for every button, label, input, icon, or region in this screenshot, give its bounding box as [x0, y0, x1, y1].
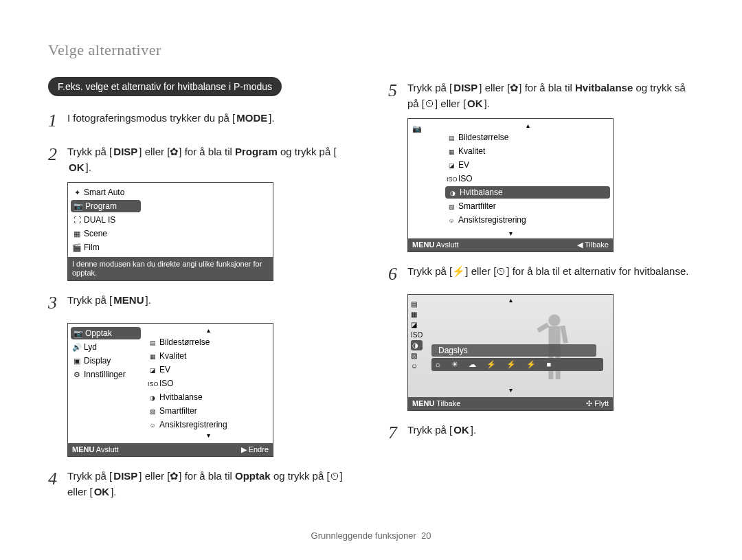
wb-preview-screenshot: ▴ ▤▦◪ISO◑▧☺ Dagslys ☼ ☀ ☁ ⚡ ⚡ ⚡ ■ ▾ MENU… — [407, 294, 614, 411]
menu-key: MENU — [112, 293, 145, 309]
step-text: Trykk på [MENU]. — [67, 289, 151, 316]
menu-screenshot: 📷Opptak🔊Lyd▣Display⚙Innstillinger ▴▤Bild… — [67, 323, 273, 457]
timer-icon: ⏲ — [425, 98, 435, 109]
mode-item: 🎬Film — [68, 240, 144, 254]
svg-rect-3 — [561, 326, 568, 344]
wb-option-strip: ☼ ☀ ☁ ⚡ ⚡ ⚡ ■ — [431, 358, 603, 371]
mode-item: ▦Scene — [68, 227, 144, 240]
wb-left-icon: ▧ — [411, 350, 423, 361]
step-number: 3 — [48, 289, 60, 316]
move-icon: ✣ — [586, 399, 592, 407]
flash-icon: ⚡ — [452, 265, 465, 277]
wb-left-icon: ▦ — [411, 309, 423, 320]
left-arrow-icon: ◀ — [577, 240, 583, 249]
step-5: 5 Trykk på [DISP] eller [✿] for å bla ti… — [388, 77, 694, 111]
menu-left-item: 🔊Lyd — [68, 340, 144, 354]
step-1: 1 I fotograferingsmodus trykker du på [M… — [48, 107, 354, 134]
step-number: 2 — [48, 141, 60, 175]
section-pill: F.eks. velge et alternativ for hvitbalan… — [48, 77, 282, 96]
page-title: Velge alternativer — [48, 41, 694, 59]
menu-left-item: ⚙Innstillinger — [68, 368, 144, 381]
step-number: 6 — [388, 260, 401, 287]
wb-left-icon: ISO — [411, 330, 423, 340]
chevron-down-icon: ▾ — [144, 432, 273, 440]
wb-left-icon: ◪ — [411, 320, 423, 330]
step-number: 7 — [388, 419, 401, 446]
step-text: Trykk på [DISP] eller [✿] for å bla til … — [67, 465, 354, 500]
menu-key-label: MENU — [412, 399, 434, 407]
mode-desc: I denne modusen kan du direkte angi ulik… — [68, 257, 273, 280]
step-6: 6 Trykk på [⚡] eller [⏲] for å bla til e… — [388, 260, 694, 287]
menu-key-label: MENU — [72, 445, 94, 453]
chevron-down-icon: ▾ — [408, 386, 613, 395]
step-text: Trykk på [DISP] eller [✿] for å bla til … — [407, 77, 694, 111]
menu-right-item: ◪EV — [144, 363, 273, 377]
flower-icon: ✿ — [510, 82, 519, 93]
mode-item: 📷Program — [71, 200, 141, 212]
menu-left-item: ▣Display — [68, 354, 144, 368]
right-column: 5 Trykk på [DISP] eller [✿] for å bla ti… — [388, 77, 694, 506]
menu-key-label: MENU — [412, 240, 434, 249]
timer-icon: ⏲ — [496, 265, 506, 277]
chevron-up-icon: ▴ — [408, 296, 613, 305]
step-text: Trykk på [DISP] eller [✿] for å bla til … — [67, 141, 354, 175]
hb-item: ▧Smartfilter — [442, 199, 613, 213]
chevron-up-icon: ▴ — [144, 326, 273, 335]
left-column: F.eks. velge et alternativ for hvitbalan… — [48, 77, 354, 506]
step-2: 2 Trykk på [DISP] eller [✿] for å bla ti… — [48, 141, 354, 175]
step-7: 7 Trykk på [OK]. — [388, 419, 694, 446]
mode-item: ⛶DUAL IS — [68, 213, 144, 227]
menu-right-item: ▤Bildestørrelse — [144, 335, 273, 349]
chevron-down-icon: ▾ — [408, 229, 613, 238]
hb-item: ☺Ansiktsregistrering — [442, 213, 613, 227]
step-number: 1 — [48, 107, 60, 134]
hb-item: ▤Bildestørrelse — [442, 131, 613, 144]
menu-right-item: ☺Ansiktsregistrering — [144, 418, 273, 432]
disp-key: DISP — [112, 469, 139, 484]
hb-item: ◪EV — [442, 158, 613, 172]
wb-left-icon: ▤ — [411, 299, 423, 309]
ok-key: OK — [452, 423, 471, 438]
disp-key: DISP — [112, 144, 139, 160]
menu-right-item: ▧Smartfilter — [144, 404, 273, 418]
page-footer: Grunnleggende funksjoner 20 — [0, 530, 742, 541]
menu-left-item: 📷Opptak — [71, 327, 141, 339]
step-3: 3 Trykk på [MENU]. — [48, 289, 354, 316]
disp-key: DISP — [452, 80, 479, 96]
ok-key: OK — [93, 484, 111, 500]
flower-icon: ✿ — [170, 146, 179, 157]
step-text: I fotograferingsmodus trykker du på [MOD… — [67, 107, 275, 134]
menu-right-item: ▦Kvalitet — [144, 349, 273, 363]
svg-rect-2 — [537, 323, 549, 333]
ok-key: OK — [466, 96, 484, 112]
step-text: Trykk på [OK]. — [407, 419, 476, 446]
ok-key: OK — [67, 160, 86, 176]
camera-icon: 📷 — [412, 124, 422, 133]
chevron-up-icon: ▴ — [442, 122, 613, 131]
mode-item: ✦Smart Auto — [68, 186, 144, 199]
menu-right-item: ◑Hvitbalanse — [144, 390, 273, 404]
step-4: 4 Trykk på [DISP] eller [✿] for å bla ti… — [48, 465, 354, 500]
timer-icon: ⏲ — [330, 470, 340, 482]
wb-selected-label: Dagslys — [431, 344, 596, 357]
svg-point-0 — [548, 315, 560, 326]
menu-right-item: ISOISO — [144, 377, 273, 390]
flower-icon: ✿ — [170, 470, 179, 482]
hb-item: ◑Hvitbalanse — [445, 186, 610, 199]
wb-left-icon: ◑ — [411, 340, 423, 350]
mode-select-screenshot: ✦Smart Auto📷Program⛶DUAL IS▦Scene🎬Film I… — [67, 182, 273, 281]
whitebalance-menu-screenshot: 📷 ▴▤Bildestørrelse▦Kvalitet◪EVISOISO◑Hvi… — [407, 118, 614, 252]
hb-item: ▦Kvalitet — [442, 144, 613, 158]
hb-item: ISOISO — [442, 172, 613, 186]
mode-key: MODE — [235, 111, 269, 126]
wb-left-icon: ☺ — [411, 361, 423, 371]
step-number: 5 — [388, 77, 401, 111]
right-arrow-icon: ▶ — [241, 445, 247, 453]
step-number: 4 — [48, 465, 60, 500]
step-text: Trykk på [⚡] eller [⏲] for å bla til et … — [407, 260, 688, 287]
